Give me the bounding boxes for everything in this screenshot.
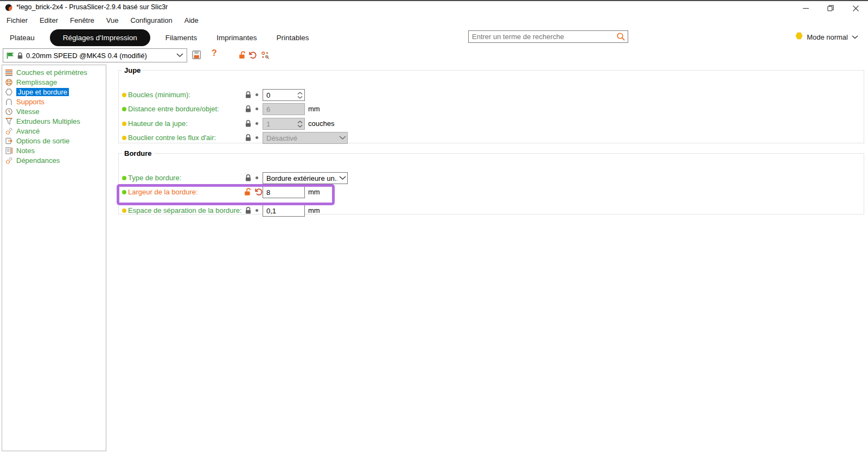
menu-bar: Fichier Editer Fenêtre Vue Configuration… — [0, 14, 868, 26]
setting-row-type-de-bordure: Type de bordure: Bordure extérieure un..… — [119, 172, 864, 185]
mode-selector[interactable]: Mode normal — [795, 32, 858, 42]
revert-value-icon[interactable] — [254, 187, 263, 197]
menu-aide[interactable]: Aide — [178, 15, 205, 26]
lock-closed-icon[interactable] — [245, 91, 253, 99]
boucles-minimum-input[interactable]: 0 — [263, 89, 305, 101]
help-icon[interactable]: ? — [212, 48, 217, 58]
search-icon[interactable] — [616, 32, 626, 42]
preset-dropdown[interactable]: 0.20mm SPEED @MK4S 0.4 (modifié) — [3, 48, 187, 62]
menu-vue[interactable]: Vue — [100, 15, 125, 26]
sidebar-item-notes[interactable]: Notes — [2, 146, 106, 155]
setting-dot-icon — [122, 136, 126, 140]
sidebar-item-jupe-et-bordure[interactable]: Jupe et bordure — [2, 87, 106, 97]
espace-separation-bordure-input[interactable]: 0,1 — [263, 205, 305, 217]
preset-bar: 0.20mm SPEED @MK4S 0.4 (modifié) ? — [0, 48, 868, 63]
main-tab-bar: Plateau Réglages d'Impression Filaments … — [0, 27, 868, 48]
sidebar-item-vitesse[interactable]: Vitesse — [2, 106, 106, 116]
maximize-button[interactable] — [818, 1, 843, 15]
setting-row-boucles-minimum: Boucles (minimum): 0 — [119, 89, 864, 102]
preset-name: 0.20mm SPEED @MK4S 0.4 (modifié) — [26, 52, 174, 60]
multi-extruder-funnel-icon — [5, 117, 12, 125]
prusaslicer-window: *lego_brick-2x4 - PrusaSlicer-2.9.4 basé… — [0, 0, 868, 461]
tab-reglages-impression[interactable]: Réglages d'Impression — [50, 29, 150, 46]
lock-closed-icon[interactable] — [245, 174, 253, 182]
sidebar-item-dependances[interactable]: Dépendances — [2, 155, 106, 165]
chevron-down-icon[interactable] — [337, 176, 347, 180]
save-preset-icon[interactable] — [191, 49, 202, 60]
group-jupe: Jupe Boucles (minimum): 0 Distance entre… — [118, 66, 864, 143]
tab-printables[interactable]: Printables — [267, 29, 319, 46]
group-bordure-title: Bordure — [122, 149, 154, 157]
setting-row-bouclier-flux-air: Bouclier contre les flux d'air: Désactiv… — [119, 131, 864, 144]
setting-dot-icon — [122, 122, 126, 126]
unlock-all-icon[interactable] — [237, 49, 248, 60]
group-jupe-title: Jupe — [122, 66, 143, 74]
sidebar-item-options-de-sortie[interactable]: Options de sortie — [2, 136, 106, 146]
title-bar: *lego_brick-2x4 - PrusaSlicer-2.9.4 basé… — [0, 1, 868, 14]
compare-presets-icon[interactable] — [260, 49, 271, 60]
type-de-bordure-select[interactable]: Bordure extérieure un... — [263, 172, 348, 184]
gears-icon — [5, 127, 12, 135]
setting-dot-icon — [122, 107, 126, 111]
value-dot-icon[interactable] — [256, 93, 258, 96]
value-dot-icon[interactable] — [256, 209, 258, 212]
sidebar-item-couches-et-perimetres[interactable]: Couches et périmètres — [2, 67, 106, 77]
tab-plateau[interactable]: Plateau — [0, 29, 44, 46]
distance-bordure-objet-input: 6 — [263, 103, 305, 115]
supports-icon — [5, 98, 12, 105]
tab-imprimantes[interactable]: Imprimantes — [207, 29, 266, 46]
group-bordure: Bordure Type de bordure: Bordure extérie… — [118, 149, 864, 214]
prusaslicer-logo-icon — [5, 4, 12, 11]
setting-dot-icon — [122, 176, 126, 180]
spinner-arrows-icon[interactable] — [295, 90, 304, 100]
value-dot-icon[interactable] — [256, 136, 258, 139]
layers-icon — [5, 68, 12, 76]
setting-dot-icon — [122, 209, 126, 213]
bouclier-flux-air-select: Désactivé — [263, 132, 348, 144]
value-dot-icon[interactable] — [256, 122, 258, 125]
preset-lock-icon — [17, 52, 23, 59]
output-export-icon — [5, 137, 12, 144]
settings-category-list: Couches et périmètres Remplissage Jupe e… — [2, 65, 106, 451]
sidebar-item-extrudeurs-multiples[interactable]: Extrudeurs Multiples — [2, 116, 106, 126]
speed-clock-icon — [5, 108, 12, 115]
setting-row-hauteur-jupe: Hauteur de la jupe: 1 couches — [119, 117, 864, 130]
lock-open-icon[interactable] — [244, 188, 252, 197]
settings-search-box[interactable] — [468, 30, 628, 43]
hauteur-jupe-input: 1 — [263, 118, 305, 130]
sidebar-item-supports[interactable]: Supports — [2, 97, 106, 106]
gears-icon — [5, 156, 12, 164]
value-dot-icon[interactable] — [256, 176, 258, 179]
lock-closed-icon[interactable] — [245, 119, 253, 128]
lock-closed-icon[interactable] — [245, 105, 253, 113]
setting-row-espace-separation-bordure: Espace de séparation de la bordure: 0,1 … — [119, 204, 864, 217]
sidebar-item-avance[interactable]: Avancé — [2, 126, 106, 136]
setting-row-largeur-de-la-bordure: Largeur de la bordure: 8 mm — [119, 186, 864, 199]
menu-fichier[interactable]: Fichier — [1, 15, 34, 26]
notes-icon — [5, 147, 12, 154]
tab-filaments[interactable]: Filaments — [156, 29, 207, 46]
revert-all-icon[interactable] — [247, 49, 258, 60]
chevron-down-icon — [852, 35, 858, 39]
close-button[interactable] — [843, 1, 868, 15]
preset-flag-icon — [7, 52, 14, 59]
infill-icon — [5, 78, 12, 86]
window-title: *lego_brick-2x4 - PrusaSlicer-2.9.4 basé… — [16, 3, 168, 11]
chevron-down-icon — [176, 53, 183, 58]
setting-dot-icon — [122, 190, 126, 194]
chevron-down-icon — [337, 136, 347, 140]
minimize-button[interactable] — [793, 1, 818, 15]
lock-closed-icon[interactable] — [245, 206, 253, 215]
mode-label: Mode normal — [807, 33, 848, 41]
spinner-arrows-icon — [295, 118, 304, 129]
search-input[interactable] — [469, 33, 616, 41]
sidebar-item-remplissage[interactable]: Remplissage — [2, 77, 106, 87]
value-dot-icon[interactable] — [256, 108, 258, 110]
setting-dot-icon — [122, 93, 126, 97]
menu-editer[interactable]: Editer — [34, 15, 64, 26]
menu-fenetre[interactable]: Fenêtre — [64, 15, 100, 26]
menu-configuration[interactable]: Configuration — [124, 15, 178, 26]
setting-row-distance-bordure-objet: Distance entre bordure/objet: 6 mm — [119, 103, 864, 116]
lock-closed-icon[interactable] — [245, 134, 253, 142]
largeur-bordure-input[interactable]: 8 — [263, 186, 305, 198]
